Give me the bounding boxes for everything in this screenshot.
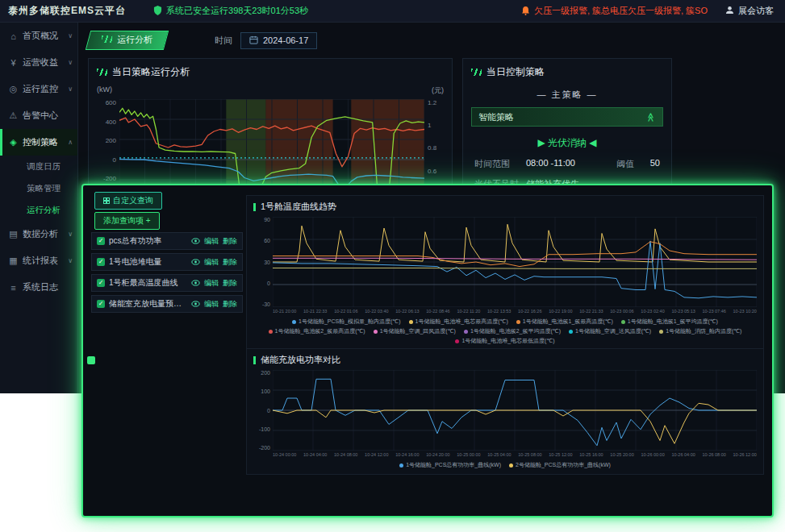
strategy-mode: ▶ 光伏消纳 ◀ <box>463 136 671 150</box>
eye-icon[interactable] <box>191 238 200 244</box>
add-query-item-button[interactable]: 添加查询项 + <box>94 212 160 230</box>
user-menu[interactable]: 展会访客 <box>725 5 774 17</box>
query-item-row[interactable]: 1号柜最高温度曲线 编辑 删除 <box>91 274 243 292</box>
temp-chart-yaxis: 9060300-30 <box>253 217 273 307</box>
sidebar-item-label: 运营收益 <box>23 56 58 69</box>
alarm-ticker[interactable]: 欠压一级报警, 簇总电压欠压一级报警, 簇SO <box>521 5 708 17</box>
sidebar-item-label: 控制策略 <box>23 136 58 148</box>
row-value: 50 <box>642 158 660 170</box>
chevron-down-icon: ∨ <box>68 231 73 238</box>
person-icon <box>725 6 734 16</box>
sidebar-item-data-analysis[interactable]: ▤ 数据分析 ∨ <box>0 221 77 247</box>
custom-query-tab-label: 自定义查询 <box>113 195 153 206</box>
edit-link[interactable]: 编辑 <box>204 299 219 310</box>
legend-label: 2号储能舱_PCS总有功功率_曲线(kW) <box>516 461 611 469</box>
legend-dot-icon <box>621 320 625 324</box>
uptime-text: 系统已安全运行398天23时01分53秒 <box>166 5 308 17</box>
legend-item[interactable]: 1号储能舱_空调_送风温度(℃) <box>569 327 651 335</box>
delete-link[interactable]: 删除 <box>223 278 237 289</box>
strategy-icon: ◈ <box>8 137 19 148</box>
power-chart-yaxis: 2001000-100-200 <box>253 370 273 451</box>
date-picker[interactable]: 2024-06-17 <box>240 32 317 49</box>
top-header: 泰州多储联控EMS云平台 系统已安全运行398天23时01分53秒 欠压一级报警… <box>0 0 785 23</box>
checkbox-checked[interactable] <box>97 300 105 308</box>
smart-strategy-group[interactable]: 智能策略 <box>471 107 663 127</box>
collapse-handle[interactable] <box>87 356 95 364</box>
delete-link[interactable]: 删除 <box>223 236 237 247</box>
query-item-row[interactable]: 储能室充放电量预测对比 编辑 删除 <box>91 295 243 313</box>
panel-title: 当日策略运行分析 <box>89 59 452 84</box>
legend-label: 1号储能舱_电池簇2_簇平均温度(℃) <box>470 327 561 335</box>
sidebar-subitem-strategy-management[interactable]: 策略管理 <box>0 177 77 199</box>
checkbox-checked[interactable] <box>97 279 105 287</box>
checkbox-checked[interactable] <box>97 237 105 245</box>
legend-item[interactable]: 1号储能舱_电池堆_电芯最低温度(℃) <box>455 337 554 345</box>
legend-item[interactable]: 1号储能舱_电池簇2_簇最高温度(℃) <box>269 327 365 335</box>
legend-item[interactable]: 1号储能舱_电池簇1_簇最高温度(℃) <box>516 318 613 326</box>
sidebar-item-label: 数据分析 <box>23 228 58 240</box>
legend-item[interactable]: 1号储能舱_PCS舱_模拟量_舱内温度(℃) <box>292 318 401 326</box>
query-item-row[interactable]: 1号电池堆电量 编辑 删除 <box>91 253 243 271</box>
query-item-row[interactable]: pcs总有功功率 编辑 删除 <box>91 232 243 250</box>
user-name: 展会访客 <box>738 5 774 17</box>
legend-dot-icon <box>569 330 573 334</box>
delete-link[interactable]: 删除 <box>223 257 237 268</box>
legend-label: 1号储能舱_电池簇1_簇平均温度(℃) <box>628 318 718 326</box>
legend-item[interactable]: 1号储能舱_消防_舱内温度(℃) <box>659 327 741 335</box>
power-chart-panel: 储能充放电功率对比 2001000-100-200 10-24 00:0010-… <box>246 348 764 475</box>
sidebar-item-reports[interactable]: ▦ 统计报表 ∨ <box>0 247 77 274</box>
group-title: 智能策略 <box>478 111 514 123</box>
sidebar-item-home[interactable]: ⌂ 首页概况 ∨ <box>0 23 77 49</box>
sidebar-subitem-label: 策略管理 <box>27 183 61 194</box>
unit-right: (元) <box>432 85 444 96</box>
app-logo: 泰州多储联控EMS云平台 <box>8 4 126 18</box>
eye-icon[interactable] <box>191 280 200 286</box>
time-label: 时间 <box>215 35 232 47</box>
power-chart-legend: 1号储能舱_PCS总有功功率_曲线(kW)2号储能舱_PCS总有功功率_曲线(k… <box>253 461 757 469</box>
eye-icon[interactable] <box>191 301 200 307</box>
power-chart-plot <box>273 370 757 451</box>
calendar-icon <box>249 35 258 46</box>
legend-item[interactable]: 1号储能舱_空调_回风温度(℃) <box>374 327 456 335</box>
sidebar-item-revenue[interactable]: ¥ 运营收益 ∨ <box>0 49 77 76</box>
legend-item[interactable]: 1号储能舱_电池簇2_簇平均温度(℃) <box>464 327 561 335</box>
legend-dot-icon <box>409 320 413 324</box>
eye-icon[interactable] <box>191 259 200 265</box>
legend-dot-icon <box>269 330 273 334</box>
sidebar-subitem-schedule-calendar[interactable]: 调度日历 <box>0 156 77 177</box>
sidebar-subitem-label: 运行分析 <box>27 205 61 216</box>
row-key: 阈值 <box>616 158 642 170</box>
legend-item[interactable]: 1号储能舱_电池簇1_簇平均温度(℃) <box>621 318 718 326</box>
log-icon: ≡ <box>8 283 19 293</box>
panel-title-text: 当日控制策略 <box>486 65 545 79</box>
custom-query-tab[interactable]: 自定义查询 <box>94 192 162 210</box>
tab-run-analysis[interactable]: 运行分析 <box>86 31 169 50</box>
sidebar-item-monitor[interactable]: ◎ 运行监控 ∨ <box>0 76 77 102</box>
sidebar-item-control-strategy[interactable]: ◈ 控制策略 ∧ <box>0 129 77 156</box>
alarm-bell-icon <box>521 6 530 17</box>
legend-item[interactable]: 1号储能舱_电池堆_电芯最高温度(℃) <box>409 318 508 326</box>
edit-link[interactable]: 编辑 <box>204 257 219 268</box>
revenue-icon: ¥ <box>8 58 19 68</box>
sidebar-item-system-log[interactable]: ≡ 系统日志 <box>0 274 77 301</box>
legend-item[interactable]: 1号储能舱_PCS总有功功率_曲线(kW) <box>399 461 501 469</box>
edit-link[interactable]: 编辑 <box>204 278 219 289</box>
delete-link[interactable]: 删除 <box>223 299 237 310</box>
chevron-up-icon: ∧ <box>68 139 73 146</box>
sidebar-item-label: 系统日志 <box>23 281 58 293</box>
temp-chart-legend: 1号储能舱_PCS舱_模拟量_舱内温度(℃)1号储能舱_电池堆_电芯最高温度(℃… <box>253 318 757 345</box>
checkbox-checked[interactable] <box>97 258 105 266</box>
row-value: 08:00 -11:00 <box>526 158 616 170</box>
power-chart: 2001000-100-200 <box>253 370 757 451</box>
chevron-down-icon: ∨ <box>68 32 73 39</box>
sidebar-item-label: 运行监控 <box>23 83 58 95</box>
alarm-text: 欠压一级报警, 簇总电压欠压一级报警, 簇SO <box>534 5 708 17</box>
tab-label: 运行分析 <box>117 35 152 44</box>
grid-icon <box>103 197 110 206</box>
edit-link[interactable]: 编辑 <box>204 236 219 247</box>
legend-item[interactable]: 2号储能舱_PCS总有功功率_曲线(kW) <box>509 461 611 469</box>
chart-title-text: 1号舱温度曲线趋势 <box>261 201 336 213</box>
sidebar-subitem-run-analysis[interactable]: 运行分析 <box>0 199 77 221</box>
sidebar-item-alarm-center[interactable]: ⚠ 告警中心 <box>0 102 77 129</box>
date-value: 2024-06-17 <box>263 35 308 45</box>
